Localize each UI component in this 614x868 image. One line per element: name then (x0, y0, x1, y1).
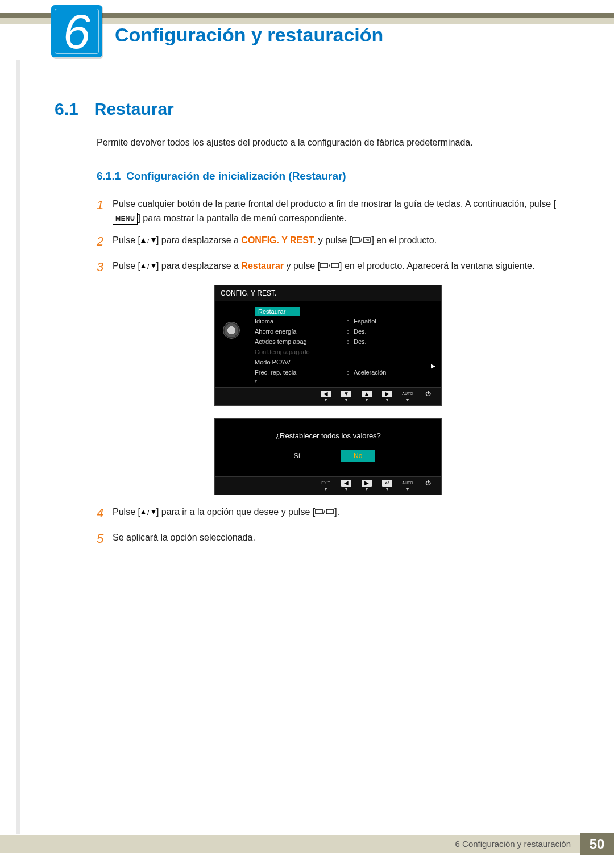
confirm-options: Sí No (221, 450, 435, 462)
nav-auto: AUTO▾ (400, 480, 415, 492)
osd-title: CONFIG. Y REST. (215, 285, 441, 301)
nav-down-icon: ▼▾ (339, 391, 354, 402)
steps-list-cont: 4 Pulse [/] para ir a la opción que dese… (97, 505, 559, 549)
svg-text:/: / (147, 263, 150, 270)
svg-marker-9 (151, 264, 156, 268)
document-page: 6 Configuración y restauración 6.1Restau… (0, 0, 614, 868)
svg-marker-7 (141, 264, 146, 268)
step-1: 1 Pulse cualquier botón de la parte fron… (97, 197, 559, 226)
nav-power-icon: ⏻ (421, 480, 435, 492)
content-area: 6.1Restaurar Permite devolver todos los … (55, 99, 559, 556)
steps-list: 1 Pulse cualquier botón de la parte fron… (97, 197, 559, 277)
step-number: 4 (97, 504, 113, 523)
section-heading: 6.1Restaurar (55, 99, 559, 119)
svg-rect-4 (352, 238, 359, 242)
option-yes: Sí (281, 450, 313, 462)
svg-marker-13 (141, 510, 146, 514)
osd-navbar: ◀▾ ▼▾ ▲▾ ▶▾ AUTO▾ ⏻ (215, 387, 441, 405)
source-enter-icon: / (352, 235, 371, 245)
svg-rect-12 (331, 263, 338, 268)
confirm-question: ¿Restablecer todos los valores? (221, 431, 435, 440)
nav-power-icon: ⏻ (421, 391, 435, 402)
step-text: Se aplicará la opción seleccionada. (113, 531, 559, 549)
section-number: 6.1 (55, 99, 78, 118)
subsection-title: Configuración de inicialización (Restaur… (126, 170, 346, 182)
svg-marker-15 (151, 510, 156, 514)
chevron-right-icon: ▶ (431, 363, 435, 369)
osd-menu-config: CONFIG. Y REST. Restaurar Idioma:Español… (214, 285, 442, 406)
osd-body: ¿Restablecer todos los valores? Sí No (215, 419, 441, 476)
svg-text:/: / (323, 508, 326, 515)
source-enter-icon: / (315, 507, 334, 517)
footer-bar: 6 Configuración y restauración (0, 835, 614, 853)
highlight-config: CONFIG. Y REST. (241, 235, 316, 245)
footer-text: 6 Configuración y restauración (455, 839, 571, 849)
step-number: 5 (97, 529, 113, 549)
nav-left-icon: ◀▾ (339, 480, 354, 492)
step-number: 1 (97, 196, 113, 226)
nav-left-icon: ◀▾ (318, 391, 333, 402)
option-no-selected: No (341, 450, 375, 462)
step-number: 3 (97, 258, 113, 277)
highlight-restaurar: Restaurar (241, 261, 284, 271)
step-2: 2 Pulse [/] para desplazarse a CONFIG. Y… (97, 234, 559, 251)
osd-item: Modo PC/AV (255, 357, 435, 367)
chapter-title: Configuración y restauración (115, 24, 383, 46)
svg-text:/: / (329, 262, 331, 269)
step-text: Pulse cualquier botón de la parte fronta… (113, 197, 559, 226)
svg-text:/: / (147, 238, 150, 244)
source-enter-icon: / (320, 261, 339, 271)
gear-icon (223, 322, 240, 339)
osd-item: Act/des temp apag:Des. (255, 337, 435, 347)
nav-enter-icon: ↵▾ (380, 480, 395, 492)
osd-navbar: EXIT▾ ◀▾ ▶▾ ↵▾ AUTO▾ ⏻ (215, 476, 441, 495)
svg-rect-10 (321, 263, 327, 268)
step-5: 5 Se aplicará la opción seleccionada. (97, 531, 559, 549)
up-down-icon: / (140, 261, 156, 271)
step-text: Pulse [/] para desplazarse a Restaurar y… (113, 259, 559, 277)
svg-text:/: / (360, 236, 363, 243)
chevron-down-icon: ▼ (254, 379, 435, 384)
chapter-number: 6 (63, 3, 90, 60)
osd-confirm-dialog: ¿Restablecer todos los valores? Sí No EX… (214, 418, 442, 495)
nav-up-icon: ▲▾ (359, 391, 374, 402)
osd-item-restaurar: Restaurar (255, 307, 300, 316)
nav-right-icon: ▶▾ (359, 480, 374, 492)
section-description: Permite devolver todos los ajustes del p… (97, 136, 559, 149)
subsection-heading: 6.1.1Configuración de inicialización (Re… (97, 170, 559, 182)
osd-body: Restaurar Idioma:Español Ahorro energía:… (215, 301, 441, 387)
nav-auto: AUTO▾ (400, 391, 415, 402)
nav-right-icon: ▶▾ (380, 391, 395, 402)
step-text: Pulse [/] para desplazarse a CONFIG. Y R… (113, 234, 559, 251)
osd-item: Frec. rep. tecla:Aceleración (255, 367, 435, 377)
up-down-icon: / (140, 507, 156, 517)
step-3: 3 Pulse [/] para desplazarse a Restaurar… (97, 259, 559, 277)
step-4: 4 Pulse [/] para ir a la opción que dese… (97, 505, 559, 523)
nav-exit: EXIT▾ (318, 480, 333, 492)
page-number: 50 (580, 833, 614, 855)
menu-chip: MENU (113, 213, 138, 225)
up-down-icon: / (140, 235, 156, 245)
osd-item: Ahorro energía:Des. (255, 326, 435, 337)
svg-rect-18 (326, 509, 333, 514)
step-number: 2 (97, 232, 113, 251)
osd-item-disabled: Conf.temp.apagado (255, 347, 435, 357)
subsection-number: 6.1.1 (97, 170, 121, 182)
chapter-number-badge: 6 (51, 5, 102, 57)
section-title: Restaurar (94, 99, 174, 118)
svg-text:/: / (147, 509, 150, 516)
svg-rect-16 (316, 509, 322, 514)
side-strip (16, 60, 20, 834)
osd-item: Idioma:Español (255, 316, 435, 326)
step-text: Pulse [/] para ir a la opción que desee … (113, 505, 559, 523)
svg-marker-3 (151, 238, 156, 243)
svg-marker-0 (141, 238, 146, 243)
osd-screenshots: CONFIG. Y REST. Restaurar Idioma:Español… (97, 285, 559, 495)
